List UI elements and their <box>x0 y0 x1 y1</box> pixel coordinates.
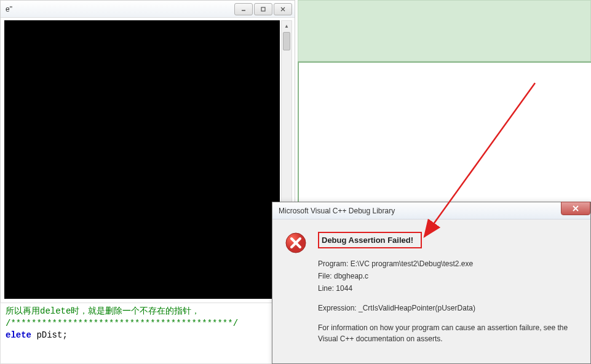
close-button[interactable] <box>274 3 292 15</box>
code-line-comment: 所以再用delete时，就是删除一个不存在的指针， <box>6 306 267 318</box>
line-number-line: Line: 1044 <box>318 283 578 294</box>
code-line-delete: elete pDist; <box>6 330 267 342</box>
expression-value: _CrtIsValidHeapPointer(pUserData) <box>359 304 475 312</box>
close-icon <box>572 205 579 212</box>
code-editor[interactable]: 所以再用delete时，就是删除一个不存在的指针， /*************… <box>0 303 272 364</box>
expression-line: Expression: _CrtIsValidHeapPointer(pUser… <box>318 303 578 314</box>
console-content[interactable] <box>4 20 280 299</box>
file-line: File: dbgheap.c <box>318 271 578 282</box>
code-line-stars: /***************************************… <box>6 318 267 330</box>
dialog-titlebar[interactable]: Microsoft Visual C++ Debug Library <box>272 202 590 220</box>
console-titlebar: e" <box>1 1 295 18</box>
line-value: 1044 <box>336 284 352 293</box>
console-title: e" <box>6 5 12 14</box>
minimize-button[interactable] <box>234 3 253 15</box>
window-controls <box>233 3 292 15</box>
dialog-heading-highlight: Debug Assertion Failed! <box>318 232 422 248</box>
minimize-icon <box>240 6 247 12</box>
program-label: Program: <box>318 259 351 268</box>
program-line: Program: E:\VC program\test2\Debug\test2… <box>318 258 578 269</box>
console-window: e" ▲ ▼ <box>0 0 295 304</box>
assertion-dialog: Microsoft Visual C++ Debug Library <box>272 202 591 364</box>
close-icon <box>280 6 286 12</box>
expression-label: Expression: <box>318 304 359 312</box>
right-panel-top <box>298 0 591 61</box>
maximize-button[interactable] <box>254 3 272 15</box>
file-value: dbgheap.c <box>334 272 368 280</box>
svg-rect-1 <box>261 7 265 11</box>
scroll-up-icon[interactable]: ▲ <box>283 21 290 31</box>
file-label: File: <box>318 272 334 280</box>
error-icon <box>285 232 307 254</box>
dialog-body: Debug Assertion Failed! Program: E:\VC p… <box>272 220 590 352</box>
dialog-content: Debug Assertion Failed! Program: E:\VC p… <box>318 232 578 346</box>
scroll-thumb[interactable] <box>283 32 290 50</box>
dialog-close-button[interactable] <box>561 202 590 215</box>
dialog-heading: Debug Assertion Failed! <box>322 235 413 245</box>
line-label: Line: <box>318 284 336 293</box>
info-line: For information on how your program can … <box>318 322 578 344</box>
dialog-title: Microsoft Visual C++ Debug Library <box>279 207 395 215</box>
maximize-icon <box>260 6 266 12</box>
program-value: E:\VC program\test2\Debug\test2.exe <box>351 259 473 268</box>
